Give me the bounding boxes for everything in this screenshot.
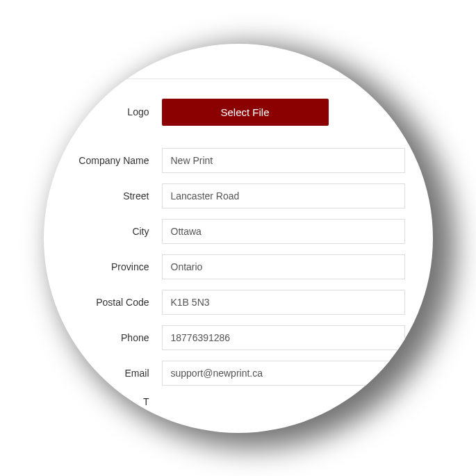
label-street: Street — [72, 190, 162, 202]
row-logo: Logo Select File — [72, 99, 405, 126]
select-file-button[interactable]: Select File — [162, 99, 329, 126]
row-city: City — [72, 219, 405, 244]
row-company-name: Company Name — [72, 148, 405, 173]
phone-input[interactable] — [162, 325, 405, 350]
company-name-input[interactable] — [162, 148, 405, 173]
label-postal-code: Postal Code — [72, 297, 162, 308]
city-input[interactable] — [162, 219, 405, 244]
label-company-name: Company Name — [72, 155, 162, 166]
postal-code-input[interactable] — [162, 290, 405, 315]
label-logo: Logo — [72, 106, 162, 117]
row-street: Street — [72, 183, 405, 208]
row-email: Email — [72, 361, 405, 386]
label-email: Email — [72, 368, 162, 379]
email-input[interactable] — [162, 361, 405, 386]
street-input[interactable] — [162, 183, 405, 208]
label-province: Province — [72, 261, 162, 272]
form-circle: Logo Select File Company Name Street Cit… — [44, 44, 433, 433]
province-input[interactable] — [162, 254, 405, 279]
row-phone: Phone — [72, 325, 405, 350]
row-postal-code: Postal Code — [72, 290, 405, 315]
label-city: City — [72, 226, 162, 237]
divider — [44, 79, 433, 79]
label-partial: T — [72, 396, 162, 407]
label-phone: Phone — [72, 332, 162, 343]
row-province: Province — [72, 254, 405, 279]
